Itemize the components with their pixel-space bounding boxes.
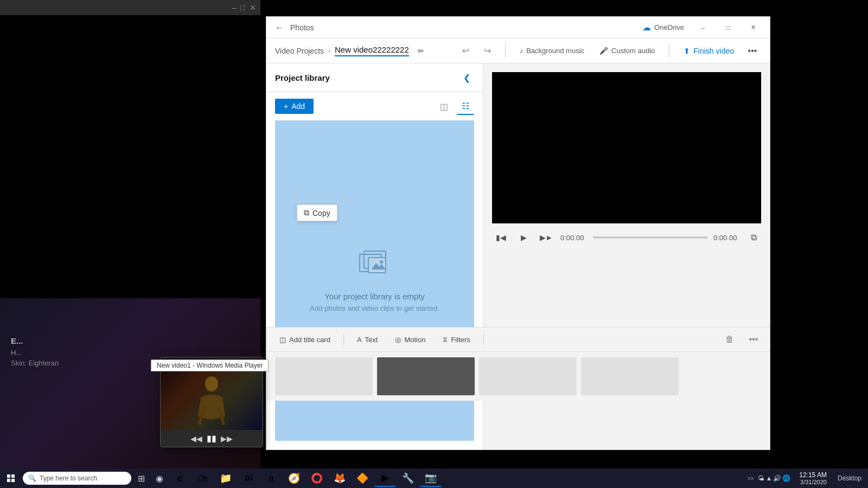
store-icon: 🛍 (198, 473, 208, 484)
taskbar-firefox-button[interactable]: 🦊 (329, 470, 350, 487)
wmp-controls: ◀◀ ▮▮ ▶▶ (161, 430, 263, 447)
task-view-button[interactable]: ⊞ (132, 470, 150, 487)
grid-view-button[interactable]: ◫ (435, 98, 452, 115)
fast-forward-button[interactable]: ▶► (538, 229, 555, 246)
clock-date: 3/31/2020 (800, 479, 827, 485)
bg-close[interactable]: ✕ (250, 3, 256, 12)
taskbar-mediaplayer-button[interactable]: ▶ (374, 470, 396, 487)
maximize-button[interactable]: □ (716, 17, 741, 38)
panel-title: Project library (275, 73, 459, 82)
breadcrumb: Video Projects › New video22222222 (275, 45, 409, 56)
amazon-icon: a (269, 473, 274, 484)
text-label: Text (365, 336, 378, 344)
undo-button[interactable]: ↩ (457, 42, 475, 60)
title-card-icon: ◫ (279, 336, 286, 344)
toolbar-more-button[interactable]: ••• (744, 42, 761, 60)
filters-label: Filters (451, 336, 470, 344)
app8-icon: ⭕ (311, 472, 323, 484)
background-music-button[interactable]: ♪ Background music (514, 44, 590, 57)
filters-icon: ⧖ (443, 335, 448, 344)
progress-bar[interactable] (593, 236, 708, 239)
taskbar-right: >> 🌤 ▲ 🔊 🌐 12:15 AM 3/31/2020 Desktop (748, 471, 866, 485)
windows-icon (7, 474, 15, 482)
taskbar: 🔍 Type here to search ⊞ ◉ e 🛍 📁 ✉ a 🧭 ⭕ … (0, 468, 868, 488)
timeline-track-4 (581, 357, 679, 395)
taskbar-tools-button[interactable]: 🔧 (397, 470, 419, 487)
start-button[interactable] (2, 470, 20, 487)
up-arrow: ▲ (765, 474, 772, 482)
wmp-pause-button[interactable]: ▮▮ (207, 433, 216, 444)
taskbar-amazon-button[interactable]: a (260, 470, 282, 487)
copy-icon: ⧉ (304, 208, 309, 217)
taskbar-ie-button[interactable]: e (169, 470, 191, 487)
minimize-button[interactable]: – (691, 17, 716, 38)
redo-button[interactable]: ↪ (479, 42, 496, 60)
bg-maximize[interactable]: □ (241, 3, 245, 12)
video-controls: ▮◀ ▶ ▶► 0:00.00 0:00.00 ⧉ (492, 229, 761, 246)
taskbar-search[interactable]: 🔍 Type here to search (23, 472, 131, 485)
taskbar-btn-8[interactable]: ⭕ (306, 470, 328, 487)
taskbar-store-button[interactable]: 🛍 (192, 470, 214, 487)
taskbar-photos-button[interactable]: 📷 (420, 470, 442, 487)
add-media-button[interactable]: + Add (275, 99, 314, 114)
audio-icon: 🎤 (599, 47, 608, 55)
photos-icon: 📷 (425, 472, 437, 484)
edit-title-button[interactable]: ✏ (413, 43, 429, 59)
taskbar-tripadvisor-button[interactable]: 🧭 (283, 470, 305, 487)
timeline-divider-1 (343, 334, 344, 345)
copy-label: Copy (312, 209, 330, 217)
list-view-button[interactable]: ☷ (457, 98, 474, 115)
wmp-window-title-label: New video1 - Windows Media Player (151, 359, 269, 371)
system-tray: 🌤 ▲ 🔊 🌐 (756, 474, 793, 482)
panel-header: Project library ❮ (266, 63, 483, 92)
timeline-divider-2 (483, 334, 484, 345)
add-title-card-button[interactable]: ◫ Add title card (275, 333, 335, 346)
timeline-more-button[interactable]: ••• (746, 332, 761, 347)
timeline-toolbar: ◫ Add title card A Text ◎ Motion ⧖ Filte… (266, 328, 770, 352)
svg-point-5 (205, 376, 218, 391)
finish-video-button[interactable]: ⬆ Finish video (678, 44, 739, 57)
taskbar-mail-button[interactable]: ✉ (238, 470, 259, 487)
taskbar-vlc-button[interactable]: 🔶 (352, 470, 373, 487)
empty-title: Your project library is empty (324, 292, 425, 301)
timeline-track-1 (275, 357, 373, 395)
breadcrumb-parent[interactable]: Video Projects (275, 47, 324, 55)
breadcrumb-separator: › (328, 47, 330, 55)
cortana-button[interactable]: ◉ (151, 470, 168, 487)
text-button[interactable]: A Text (353, 333, 382, 346)
taskbar-clock[interactable]: 12:15 AM 3/31/2020 (795, 471, 831, 485)
motion-button[interactable]: ◎ Motion (391, 333, 430, 346)
finish-video-label: Finish video (693, 47, 734, 55)
motion-label: Motion (404, 336, 425, 344)
play-button[interactable]: ▶ (515, 229, 532, 246)
add-label: Add (291, 102, 305, 111)
tripadvisor-icon: 🧭 (288, 472, 300, 484)
expand-button[interactable]: ⧉ (746, 230, 761, 245)
onedrive-label: OneDrive (654, 23, 684, 31)
bg-window-titlebar: – □ ✕ (0, 0, 260, 15)
search-icon: 🔍 (28, 474, 36, 482)
tray-chevron[interactable]: >> (748, 476, 754, 481)
rewind-button[interactable]: ▮◀ (492, 229, 509, 246)
wmp-next-button[interactable]: ▶▶ (221, 434, 233, 443)
add-icon: + (284, 102, 288, 111)
taskbar-explorer-button[interactable]: 📁 (215, 470, 237, 487)
clock-time: 12:15 AM (799, 471, 827, 479)
show-desktop-button[interactable]: Desktop (833, 474, 866, 482)
toolbar-divider-1 (505, 44, 506, 57)
search-placeholder: Type here to search (40, 474, 97, 482)
vlc-icon: 🔶 (356, 472, 368, 484)
close-button[interactable]: ✕ (741, 17, 765, 38)
wmp-prev-button[interactable]: ◀◀ (190, 434, 202, 443)
bg-minimize[interactable]: – (232, 3, 237, 12)
mediaplayer-icon: ▶ (381, 472, 389, 484)
custom-audio-button[interactable]: 🎤 Custom audio (594, 44, 660, 57)
back-button[interactable]: ← (271, 19, 288, 36)
collapse-panel-button[interactable]: ❮ (459, 70, 474, 85)
delete-button[interactable]: 🗑 (722, 332, 737, 347)
filters-button[interactable]: ⧖ Filters (438, 333, 474, 346)
speaker-icon: 🔊 (773, 474, 781, 482)
timeline-track-3 (479, 357, 577, 395)
copy-tooltip[interactable]: ⧉ Copy (297, 204, 337, 221)
time-end: 0:00.00 (713, 234, 741, 242)
